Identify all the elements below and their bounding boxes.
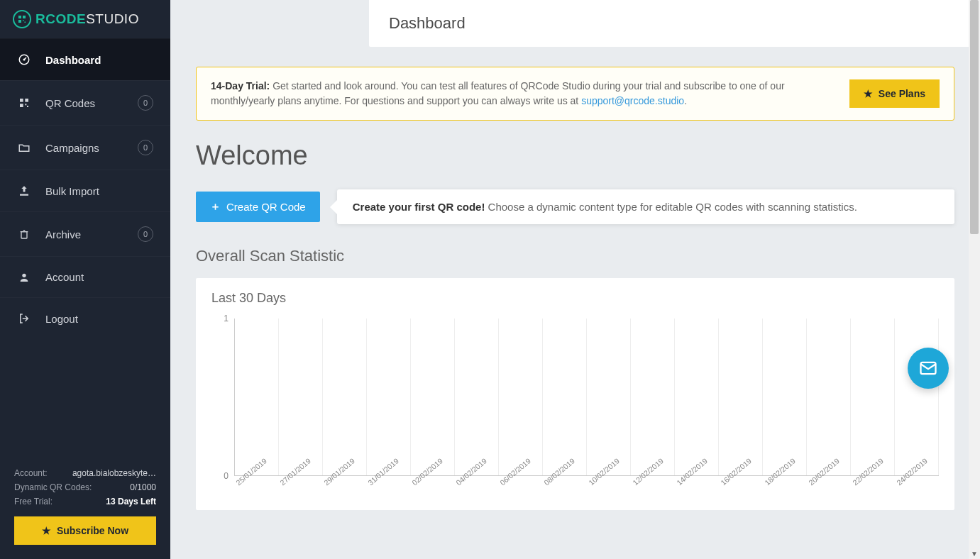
grid-line bbox=[543, 319, 587, 475]
y-tick: 0 bbox=[224, 471, 229, 481]
svg-rect-8 bbox=[25, 99, 28, 102]
vertical-scrollbar[interactable]: ▲ ▼ bbox=[969, 0, 980, 559]
star-icon: ★ bbox=[864, 88, 873, 99]
sidebar: RCODESTUDIO DashboardQR Codes0Campaigns0… bbox=[0, 0, 170, 559]
svg-rect-0 bbox=[18, 16, 21, 18]
grid-line bbox=[323, 319, 367, 475]
trash-icon bbox=[17, 228, 31, 240]
welcome-heading: Welcome bbox=[196, 140, 954, 171]
sidebar-item-label: QR Codes bbox=[45, 97, 95, 109]
star-icon: ★ bbox=[42, 525, 51, 536]
svg-rect-11 bbox=[27, 106, 28, 107]
svg-rect-2 bbox=[18, 20, 21, 23]
page-title: Dashboard bbox=[389, 14, 466, 32]
see-plans-label: See Plans bbox=[879, 88, 925, 99]
user-icon bbox=[17, 272, 31, 283]
sidebar-item-label: Bulk Import bbox=[45, 185, 99, 197]
footer-trial-value: 13 Days Left bbox=[106, 497, 156, 507]
grid-line bbox=[719, 319, 763, 475]
help-fab[interactable] bbox=[908, 348, 949, 389]
cta-tip-bold: Create your first QR code! bbox=[353, 201, 485, 213]
dashboard-icon bbox=[17, 53, 31, 66]
sidebar-item-campaigns[interactable]: Campaigns0 bbox=[0, 125, 170, 170]
y-tick: 1 bbox=[224, 314, 229, 323]
folder-icon bbox=[17, 141, 31, 154]
mail-icon bbox=[918, 358, 938, 378]
sidebar-item-dashboard[interactable]: Dashboard bbox=[0, 38, 170, 80]
stats-title: Overall Scan Statistic bbox=[196, 247, 954, 265]
content: 14-Day Trial: Get started and look aroun… bbox=[170, 47, 980, 530]
svg-point-6 bbox=[23, 59, 26, 61]
qr-circle-icon bbox=[13, 10, 31, 28]
grid-line bbox=[411, 319, 455, 475]
grid-line bbox=[279, 319, 323, 475]
cta-tip-text: Choose a dynamic content type for editab… bbox=[485, 201, 857, 213]
count-badge: 0 bbox=[138, 95, 153, 111]
sidebar-item-account[interactable]: Account bbox=[0, 256, 170, 297]
svg-rect-9 bbox=[20, 104, 23, 107]
count-badge: 0 bbox=[138, 226, 153, 242]
create-qr-label: Create QR Code bbox=[226, 201, 306, 213]
grid-line bbox=[455, 319, 499, 475]
footer-account-value: agota.bialobzeskyte… bbox=[72, 468, 156, 478]
plus-icon: ＋ bbox=[210, 200, 221, 214]
trial-text: 14-Day Trial: Get started and look aroun… bbox=[211, 79, 837, 109]
footer-dynamic-value: 0/1000 bbox=[130, 482, 156, 492]
page-header: Dashboard bbox=[369, 0, 980, 47]
sidebar-item-qr-codes[interactable]: QR Codes0 bbox=[0, 80, 170, 125]
footer-trial-label: Free Trial: bbox=[14, 497, 53, 507]
create-qr-button[interactable]: ＋ Create QR Code bbox=[196, 192, 320, 222]
grid-line bbox=[631, 319, 675, 475]
svg-rect-7 bbox=[20, 99, 23, 102]
subscribe-button[interactable]: ★ Subscribe Now bbox=[14, 516, 156, 545]
sidebar-item-label: Archive bbox=[45, 228, 81, 240]
svg-point-14 bbox=[22, 273, 26, 277]
chart-y-axis: 1 0 bbox=[211, 319, 231, 476]
svg-rect-10 bbox=[25, 104, 26, 105]
count-badge: 0 bbox=[138, 140, 153, 155]
trial-body: Get started and look around. You can tes… bbox=[211, 80, 785, 106]
sidebar-item-label: Dashboard bbox=[45, 54, 101, 66]
grid-line bbox=[895, 319, 939, 475]
sidebar-item-label: Campaigns bbox=[45, 142, 99, 154]
chart-title: Last 30 Days bbox=[211, 291, 939, 306]
chart-x-axis: 25/01/201927/01/201929/01/201931/01/2019… bbox=[234, 476, 939, 503]
upload-icon bbox=[17, 184, 31, 197]
grid-line bbox=[675, 319, 719, 475]
grid-line bbox=[235, 319, 279, 475]
trial-period: . bbox=[684, 95, 687, 106]
grid-line bbox=[587, 319, 631, 475]
grid-line bbox=[763, 319, 807, 475]
qr-icon bbox=[17, 97, 31, 109]
support-email-link[interactable]: support@qrcode.studio bbox=[581, 95, 684, 106]
sidebar-item-archive[interactable]: Archive0 bbox=[0, 211, 170, 256]
grid-line bbox=[851, 319, 895, 475]
sidebar-item-label: Account bbox=[45, 271, 84, 283]
svg-rect-4 bbox=[25, 22, 26, 23]
sidebar-item-logout[interactable]: Logout bbox=[0, 297, 170, 339]
chart-plot bbox=[234, 319, 939, 476]
nav-list: DashboardQR Codes0Campaigns0Bulk ImportA… bbox=[0, 38, 170, 339]
svg-rect-3 bbox=[23, 20, 24, 21]
see-plans-button[interactable]: ★ See Plans bbox=[849, 79, 940, 108]
footer-dynamic-label: Dynamic QR Codes: bbox=[14, 482, 92, 492]
svg-rect-1 bbox=[23, 16, 26, 18]
logo-text: RCODESTUDIO bbox=[35, 11, 139, 27]
sidebar-item-label: Logout bbox=[45, 313, 78, 325]
chart: 1 0 25/01/201927/01/201929/01/201931/01/… bbox=[211, 319, 939, 503]
logo[interactable]: RCODESTUDIO bbox=[0, 0, 170, 38]
svg-rect-13 bbox=[21, 232, 27, 238]
chart-card: Last 30 Days 1 0 25/01/201927/01/201929/… bbox=[196, 278, 954, 510]
sidebar-item-bulk-import[interactable]: Bulk Import bbox=[0, 170, 170, 211]
scroll-down-icon[interactable]: ▼ bbox=[969, 548, 980, 559]
grid-line bbox=[807, 319, 851, 475]
logout-icon bbox=[17, 312, 31, 325]
grid-line bbox=[367, 319, 411, 475]
scrollbar-thumb[interactable] bbox=[970, 0, 979, 234]
trial-bold: 14-Day Trial: bbox=[211, 80, 270, 92]
subscribe-label: Subscribe Now bbox=[57, 525, 128, 536]
svg-rect-12 bbox=[20, 194, 28, 196]
grid-line bbox=[499, 319, 543, 475]
cta-tooltip: Create your first QR code! Choose a dyna… bbox=[337, 189, 954, 224]
main-area: Dashboard 14-Day Trial: Get started and … bbox=[170, 0, 980, 559]
